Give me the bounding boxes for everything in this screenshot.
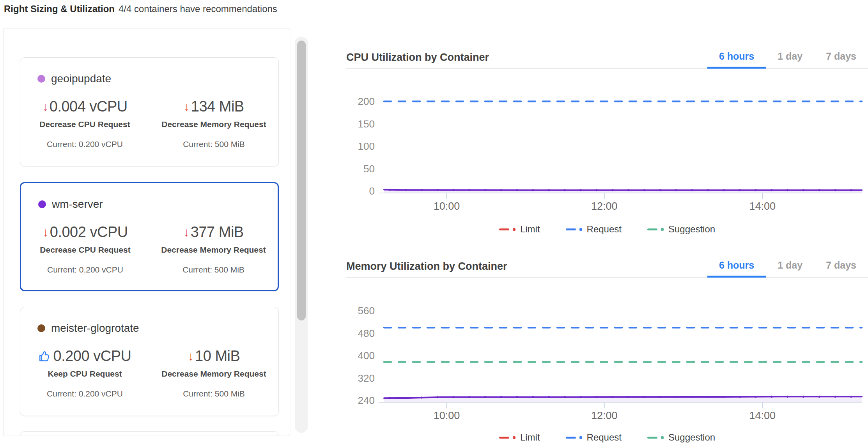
legend-label: Suggestion xyxy=(668,432,715,443)
svg-text:12:00: 12:00 xyxy=(591,200,618,212)
suggestion-dash-icon xyxy=(647,228,657,230)
memory-chart-legend: Limit Request Suggestion xyxy=(346,429,868,446)
svg-text:100: 100 xyxy=(358,140,375,152)
tab-1-day[interactable]: 1 day xyxy=(766,46,814,69)
legend-item-suggestion: Suggestion xyxy=(647,432,715,443)
memory-current-value: Current: 500 MiB xyxy=(183,140,245,149)
decrease-arrow-icon: ↓ xyxy=(184,101,190,113)
cpu-recommendation-value: 0.004 vCPU xyxy=(50,98,128,115)
memory-chart-header: Memory Utilization by Container 6 hours … xyxy=(346,255,868,278)
svg-text:0: 0 xyxy=(369,185,375,197)
limit-dot-icon xyxy=(513,436,515,439)
cpu-action-label: Keep CPU Request xyxy=(48,369,122,379)
svg-text:560: 560 xyxy=(358,305,375,317)
suggestion-dot-icon xyxy=(661,228,664,231)
page-subtitle: 4/4 containers have recommendations xyxy=(119,4,277,14)
legend-item-suggestion: Suggestion xyxy=(647,224,715,235)
cpu-action-label: Decrease CPU Request xyxy=(40,245,130,255)
cpu-recommendation: ↓ 0.002 vCPU Decrease CPU Request Curren… xyxy=(21,224,149,274)
tab-6-hours[interactable]: 6 hours xyxy=(707,255,766,278)
cpu-utilization-chart[interactable]: 05010015020010:0012:0014:00 xyxy=(346,74,868,214)
request-dash-icon xyxy=(566,437,576,439)
svg-text:14:00: 14:00 xyxy=(749,200,776,212)
cpu-chart-header: CPU Utilization by Container 6 hours 1 d… xyxy=(346,46,868,69)
legend-label: Request xyxy=(587,224,622,235)
legend-label: Limit xyxy=(520,432,540,443)
limit-dot-icon xyxy=(513,228,515,231)
container-card-meister-glogrotate[interactable]: meister-glogrotate 0.200 vCPU Keep CPU R… xyxy=(20,307,279,416)
memory-recommendation-value: 134 MiB xyxy=(191,98,244,115)
decrease-arrow-icon: ↓ xyxy=(183,226,190,238)
cpu-action-label: Decrease CPU Request xyxy=(39,120,130,129)
tab-1-day[interactable]: 1 day xyxy=(766,255,814,278)
suggestion-dot-icon xyxy=(661,436,664,439)
svg-text:10:00: 10:00 xyxy=(434,200,460,212)
page-header: Right Sizing & Utilization 4/4 container… xyxy=(0,0,868,18)
cpu-time-range-tabs: 6 hours 1 day 7 days xyxy=(707,46,868,69)
decrease-arrow-icon: ↓ xyxy=(188,350,194,362)
cpu-chart-title: CPU Utilization by Container xyxy=(346,46,489,69)
request-dot-icon xyxy=(579,436,582,439)
limit-dash-icon xyxy=(499,437,509,439)
cpu-current-value: Current: 0.200 vCPU xyxy=(47,265,123,274)
svg-text:10:00: 10:00 xyxy=(434,410,460,421)
thumbs-up-icon xyxy=(39,350,51,363)
request-dot-icon xyxy=(579,228,582,231)
scrollbar-thumb[interactable] xyxy=(297,41,306,320)
legend-label: Request xyxy=(587,432,622,443)
memory-utilization-chart[interactable]: 24032040048056010:0012:0014:00 xyxy=(346,288,868,429)
svg-text:50: 50 xyxy=(363,163,375,175)
tab-7-days[interactable]: 7 days xyxy=(814,255,868,278)
memory-recommendation: ↓ 134 MiB Decrease Memory Request Curren… xyxy=(149,98,278,149)
container-list-panel: geoipupdate ↓ 0.004 vCPU Decrease CPU Re… xyxy=(3,28,290,435)
legend-item-limit: Limit xyxy=(499,224,540,235)
decrease-arrow-icon: ↓ xyxy=(43,226,49,238)
container-card-partial[interactable] xyxy=(20,431,279,435)
cpu-recommendation-value: 0.002 vCPU xyxy=(50,224,128,241)
memory-action-label: Decrease Memory Request xyxy=(161,369,266,379)
cpu-recommendation-value: 0.200 vCPU xyxy=(53,348,131,365)
page-title: Right Sizing & Utilization xyxy=(4,4,115,14)
svg-text:200: 200 xyxy=(358,96,375,107)
cpu-current-value: Current: 0.200 vCPU xyxy=(47,389,123,398)
svg-text:240: 240 xyxy=(358,395,375,406)
container-color-dot xyxy=(38,200,46,208)
container-card-header: wm-server xyxy=(38,198,103,211)
svg-text:400: 400 xyxy=(358,350,375,361)
suggestion-dash-icon xyxy=(647,437,657,439)
svg-text:480: 480 xyxy=(358,327,375,339)
legend-label: Limit xyxy=(520,224,540,235)
container-name: wm-server xyxy=(52,198,103,211)
memory-current-value: Current: 500 MiB xyxy=(182,265,244,274)
svg-text:12:00: 12:00 xyxy=(591,410,618,421)
cpu-chart-legend: Limit Request Suggestion xyxy=(346,221,868,238)
container-card-wm-server[interactable]: wm-server ↓ 0.002 vCPU Decrease CPU Requ… xyxy=(20,182,279,291)
tab-7-days[interactable]: 7 days xyxy=(814,46,868,69)
tab-6-hours[interactable]: 6 hours xyxy=(707,46,766,69)
cpu-recommendation: ↓ 0.004 vCPU Decrease CPU Request Curren… xyxy=(20,98,149,149)
svg-text:14:00: 14:00 xyxy=(749,410,776,421)
legend-item-request: Request xyxy=(566,432,622,443)
container-card-header: geoipupdate xyxy=(37,73,111,85)
decrease-arrow-icon: ↓ xyxy=(42,101,48,113)
memory-chart-title: Memory Utilization by Container xyxy=(346,255,507,278)
container-card-header: meister-glogrotate xyxy=(37,322,139,334)
memory-recommendation: ↓ 377 MiB Decrease Memory Request Curren… xyxy=(149,224,278,274)
memory-action-label: Decrease Memory Request xyxy=(161,120,266,129)
container-name: meister-glogrotate xyxy=(51,322,139,334)
container-color-dot xyxy=(37,75,45,83)
memory-current-value: Current: 500 MiB xyxy=(183,389,245,398)
request-dash-icon xyxy=(566,228,576,230)
container-card-geoipupdate[interactable]: geoipupdate ↓ 0.004 vCPU Decrease CPU Re… xyxy=(20,57,279,166)
cpu-recommendation: 0.200 vCPU Keep CPU Request Current: 0.2… xyxy=(20,348,149,398)
cpu-current-value: Current: 0.200 vCPU xyxy=(47,140,123,149)
legend-item-limit: Limit xyxy=(499,432,540,443)
memory-action-label: Decrease Memory Request xyxy=(161,245,266,255)
limit-dash-icon xyxy=(499,228,509,230)
svg-text:150: 150 xyxy=(358,118,375,130)
svg-text:320: 320 xyxy=(358,372,375,384)
legend-label: Suggestion xyxy=(668,224,715,235)
memory-recommendation-value: 10 MiB xyxy=(195,348,240,365)
legend-item-request: Request xyxy=(566,224,622,235)
container-color-dot xyxy=(37,324,45,332)
